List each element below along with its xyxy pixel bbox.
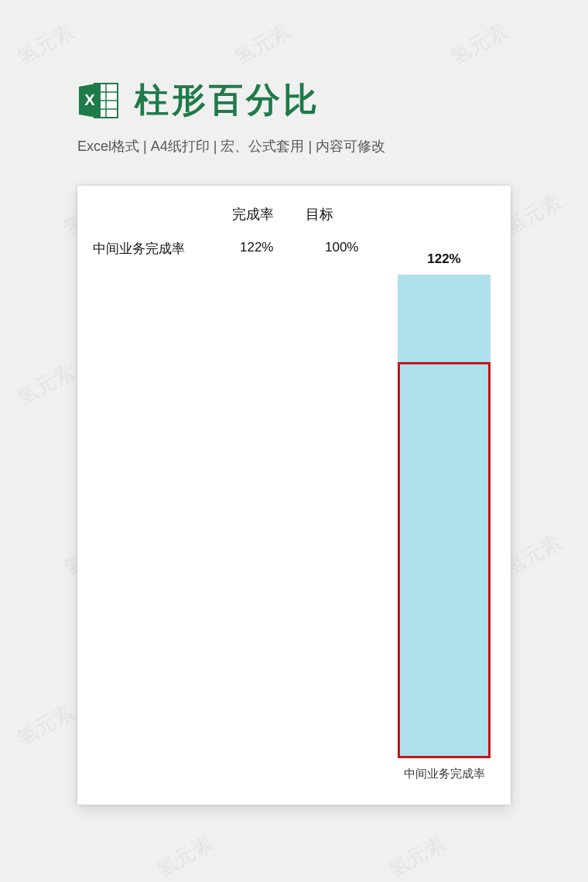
row-label: 中间业务完成率 (93, 240, 185, 258)
watermark: 氢元素 (12, 699, 78, 752)
col-header-completion: 完成率 (232, 205, 274, 224)
document-preview: 完成率 目标 中间业务完成率 122% 100% 122% 中间业务完成率 (77, 186, 511, 805)
page-header: X 柱形百分比 Excel格式 | A4纸打印 | 宏、公式套用 | 内容可修改 (77, 77, 526, 156)
title-row: X 柱形百分比 (77, 77, 526, 123)
svg-text:X: X (84, 91, 95, 108)
row-value-target: 100% (325, 240, 358, 255)
col-header-target: 目标 (306, 205, 333, 224)
row-value-completion: 122% (240, 240, 273, 255)
watermark: 氢元素 (229, 18, 295, 71)
bar-chart: 122% 中间业务完成率 (393, 251, 495, 781)
watermark: 氢元素 (12, 358, 78, 412)
excel-icon: X (77, 79, 121, 122)
page-subtitle: Excel格式 | A4纸打印 | 宏、公式套用 | 内容可修改 (77, 137, 526, 156)
bar-value-label: 122% (393, 251, 495, 267)
watermark: 氢元素 (446, 18, 511, 71)
bar-category-label: 中间业务完成率 (393, 767, 495, 781)
watermark: 氢元素 (12, 18, 78, 71)
bar-wrap (398, 275, 491, 758)
watermark: 氢元素 (152, 830, 217, 882)
watermark: 氢元素 (384, 830, 450, 882)
page-title: 柱形百分比 (135, 77, 320, 123)
bar-target-outline (398, 362, 491, 758)
